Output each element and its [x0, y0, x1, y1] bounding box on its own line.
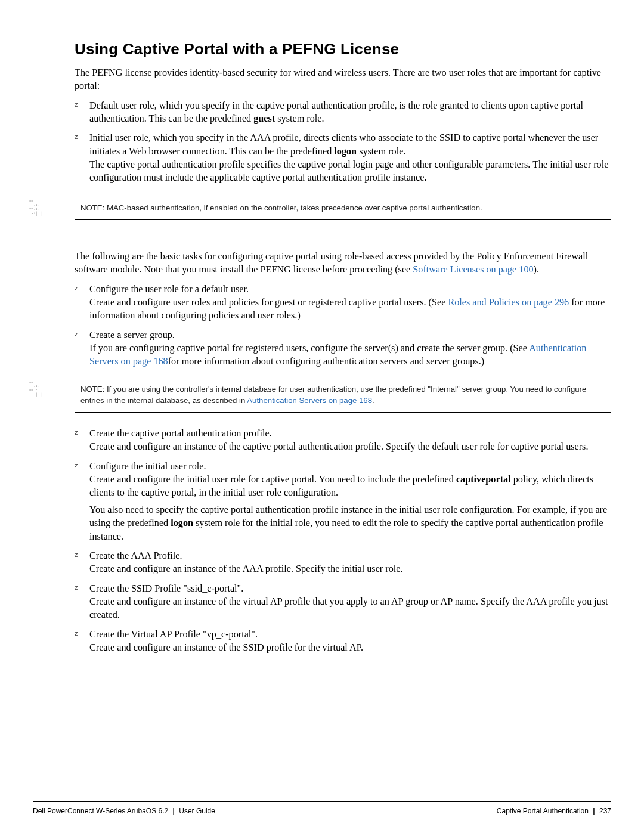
list-item: Create a server group. If you are config…	[75, 329, 611, 368]
task-body: Create and configure an instance of the …	[89, 595, 611, 622]
default-role-text: Default user role, which you specify in …	[89, 100, 583, 124]
page-title: Using Captive Portal with a PEFNG Licens…	[75, 39, 611, 60]
divider	[75, 219, 611, 220]
tasks-list-1: Configure the user role for a default us…	[75, 283, 611, 368]
list-item: Create the captive portal authentication…	[75, 427, 611, 454]
task-head: Configure the initial user role.	[89, 461, 206, 472]
initial-role-body: The captive portal authentication profil…	[89, 158, 611, 185]
footer-right: Captive Portal Authentication | 237	[497, 806, 611, 816]
content-column: Using Captive Portal with a PEFNG Licens…	[75, 39, 611, 654]
task-head: Create the AAA Profile.	[89, 550, 182, 561]
note-block: ==. .:. ==.:. .:||| :||| NOTE: If you ar…	[75, 377, 611, 413]
note-icon: ==. .:. ==.:. .:||| :|||	[29, 199, 51, 216]
link-roles-policies[interactable]: Roles and Policies on page 296	[448, 297, 569, 308]
task-body: Create and configure user roles and poli…	[89, 296, 611, 323]
task-body: Create and configure the initial user ro…	[89, 473, 611, 500]
task-body: If you are configuring captive portal fo…	[89, 342, 611, 368]
initial-role-text: Initial user role, which you specify in …	[89, 132, 598, 156]
footer-divider	[33, 801, 611, 802]
list-item: Configure the initial user role. Create …	[75, 460, 611, 543]
list-item: Configure the user role for a default us…	[75, 283, 611, 323]
task-head: Create the Virtual AP Profile "vp_c-port…	[89, 629, 258, 640]
divider	[75, 412, 611, 413]
list-item: Create the SSID Profile "ssid_c-portal".…	[75, 582, 611, 622]
task-head: Create the captive portal authentication…	[89, 428, 272, 439]
task-body: Create and configure an instance of the …	[89, 562, 611, 575]
list-item: Default user role, which you specify in …	[75, 99, 611, 126]
task-body: Create and configure an instance of the …	[89, 440, 611, 453]
tasks-list-2: Create the captive portal authentication…	[75, 427, 611, 654]
footer-separator: |	[593, 807, 595, 815]
footer-separator: |	[173, 807, 175, 815]
note-text: NOTE: MAC-based authentication, if enabl…	[75, 196, 611, 219]
note-block: ==. .:. ==.:. .:||| :||| NOTE: MAC-based…	[75, 196, 611, 220]
task-head: Create the SSID Profile "ssid_c-portal".	[89, 583, 243, 594]
page: Using Captive Portal with a PEFNG Licens…	[0, 0, 644, 833]
note-text: NOTE: If you are using the controller's …	[75, 377, 611, 412]
link-auth-servers-note[interactable]: Authentication Servers on page 168	[247, 396, 372, 405]
list-item: Create the AAA Profile. Create and confi…	[75, 549, 611, 576]
page-footer: Dell PowerConnect W-Series ArubaOS 6.2 |…	[33, 806, 611, 816]
intro-paragraph: The PEFNG license provides identity-base…	[75, 66, 611, 93]
task-body: Create and configure an instance of the …	[89, 641, 611, 654]
list-item: Initial user role, which you specify in …	[75, 131, 611, 184]
tasks-intro: The following are the basic tasks for co…	[75, 250, 611, 277]
roles-list: Default user role, which you specify in …	[75, 99, 611, 185]
link-software-licenses[interactable]: Software Licenses on page 100	[413, 264, 533, 275]
note-icon: ==. .:. ==.:. .:||| :|||	[29, 380, 51, 397]
task-head: Create a server group.	[89, 330, 175, 340]
footer-left: Dell PowerConnect W-Series ArubaOS 6.2 |…	[33, 806, 215, 816]
list-item: Create the Virtual AP Profile "vp_c-port…	[75, 628, 611, 655]
task-body: You also need to specify the captive por…	[89, 503, 611, 543]
task-head: Configure the user role for a default us…	[89, 284, 249, 295]
